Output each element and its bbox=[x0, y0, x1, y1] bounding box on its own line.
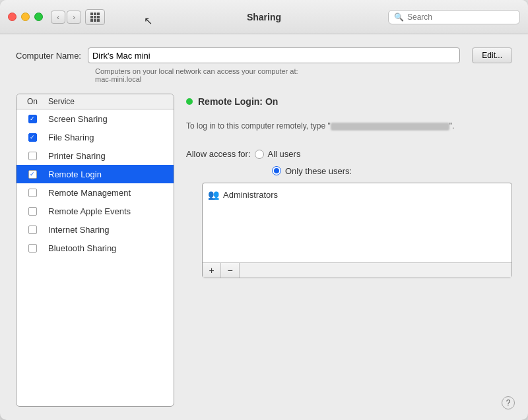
search-icon: 🔍 bbox=[394, 13, 404, 22]
service-header-service: Service bbox=[48, 97, 174, 106]
service-item-file-sharing[interactable]: ✓ File Sharing bbox=[16, 128, 174, 146]
service-name-file-sharing: File Sharing bbox=[48, 133, 174, 142]
checkbox-screen-sharing[interactable]: ✓ bbox=[28, 115, 37, 123]
nav-buttons: ‹ › bbox=[51, 11, 81, 24]
service-name-bluetooth-sharing: Bluetooth Sharing bbox=[48, 243, 174, 253]
access-inline: Allow access for: All users bbox=[186, 149, 512, 159]
checkbox-remote-login[interactable]: ✓ bbox=[28, 170, 37, 179]
service-name-screen-sharing: Screen Sharing bbox=[48, 114, 174, 124]
checkbox-cell-file-sharing[interactable]: ✓ bbox=[16, 133, 48, 142]
service-item-remote-login[interactable]: ✓ Remote Login bbox=[16, 165, 174, 183]
service-item-remote-management[interactable]: Remote Management bbox=[16, 183, 174, 202]
radio-all-users-label: All users bbox=[268, 149, 301, 159]
content-area: Computer Name: Edit... Computers on your… bbox=[0, 34, 528, 420]
service-list-container: On Service ✓ Screen Sharing bbox=[16, 94, 174, 407]
group-icon: 👥 bbox=[208, 189, 219, 200]
main-window: ‹ › ↖ Sharing 🔍 Computer Name: Edit... bbox=[0, 0, 528, 420]
remote-description: To log in to this computer remotely, typ… bbox=[186, 120, 512, 132]
maximize-button[interactable] bbox=[34, 13, 43, 21]
back-button[interactable]: ‹ bbox=[51, 11, 65, 24]
service-item-internet-sharing[interactable]: Internet Sharing bbox=[16, 220, 174, 239]
service-item-bluetooth-sharing[interactable]: Bluetooth Sharing bbox=[16, 239, 174, 257]
checkbox-file-sharing[interactable]: ✓ bbox=[28, 133, 37, 142]
service-item-screen-sharing[interactable]: ✓ Screen Sharing bbox=[16, 109, 174, 128]
traffic-lights bbox=[8, 13, 43, 21]
radio-only-these-label: Only these users: bbox=[285, 166, 352, 176]
close-button[interactable] bbox=[8, 13, 16, 21]
access-label: Allow access for: bbox=[186, 149, 251, 159]
add-user-button[interactable]: + bbox=[203, 263, 221, 278]
window-title: Sharing bbox=[247, 12, 281, 22]
checkbox-cell-screen-sharing[interactable]: ✓ bbox=[16, 115, 48, 123]
service-header-on: On bbox=[16, 97, 48, 106]
service-items: ✓ Screen Sharing ✓ File Sharing bbox=[16, 109, 174, 257]
edit-button[interactable]: Edit... bbox=[472, 47, 512, 63]
radio-all-users[interactable] bbox=[255, 150, 264, 159]
checkbox-internet-sharing[interactable] bbox=[28, 225, 37, 234]
user-item-administrators[interactable]: 👥 Administrators bbox=[203, 186, 512, 203]
computer-name-row: Computer Name: Edit... bbox=[16, 47, 512, 63]
radio-only-these[interactable] bbox=[272, 166, 281, 175]
service-list-header: On Service bbox=[16, 94, 174, 109]
service-name-remote-login: Remote Login bbox=[48, 169, 174, 179]
status-row: Remote Login: On bbox=[186, 96, 512, 107]
search-input[interactable] bbox=[407, 13, 514, 22]
status-dot bbox=[186, 98, 193, 105]
checkbox-cell-printer-sharing[interactable] bbox=[16, 152, 48, 160]
service-name-printer-sharing: Printer Sharing bbox=[48, 151, 174, 161]
right-panel: Remote Login: On To log in to this compu… bbox=[186, 94, 512, 407]
computer-name-input[interactable] bbox=[88, 47, 460, 63]
checkbox-bluetooth-sharing[interactable] bbox=[28, 244, 37, 253]
service-name-remote-apple-events: Remote Apple Events bbox=[48, 206, 174, 216]
users-list: 👥 Administrators bbox=[203, 183, 512, 262]
user-name-administrators: Administrators bbox=[223, 190, 278, 200]
service-name-internet-sharing: Internet Sharing bbox=[48, 225, 174, 235]
checkbox-remote-apple-events[interactable] bbox=[28, 207, 37, 216]
check-icon: ✓ bbox=[30, 116, 35, 122]
grid-icon bbox=[90, 13, 100, 22]
checkbox-cell-remote-login[interactable]: ✓ bbox=[16, 170, 48, 179]
computer-name-section: Computer Name: Edit... Computers on your… bbox=[16, 47, 512, 83]
checkbox-printer-sharing[interactable] bbox=[28, 152, 37, 160]
radio-inner bbox=[274, 168, 279, 173]
service-item-printer-sharing[interactable]: Printer Sharing bbox=[16, 146, 174, 165]
radio-only-these-row: Only these users: bbox=[272, 164, 512, 177]
remove-user-button[interactable]: − bbox=[221, 263, 240, 278]
main-section: On Service ✓ Screen Sharing bbox=[16, 94, 512, 407]
checkbox-cell-internet-sharing[interactable] bbox=[16, 225, 48, 234]
service-item-remote-apple-events[interactable]: Remote Apple Events bbox=[16, 202, 174, 220]
cursor: ↖ bbox=[144, 15, 152, 27]
checkbox-remote-management[interactable] bbox=[28, 189, 37, 197]
search-box[interactable]: 🔍 bbox=[388, 10, 520, 24]
status-text: Remote Login: On bbox=[198, 96, 278, 107]
access-section: Allow access for: All users Only these u… bbox=[186, 148, 512, 278]
minimize-button[interactable] bbox=[21, 13, 30, 21]
checkbox-cell-remote-apple-events[interactable] bbox=[16, 207, 48, 216]
computer-name-hint: Computers on your local network can acce… bbox=[95, 67, 512, 83]
computer-name-label: Computer Name: bbox=[16, 51, 81, 61]
titlebar: ‹ › ↖ Sharing 🔍 bbox=[0, 0, 528, 34]
check-icon: ✓ bbox=[30, 135, 35, 140]
forward-button[interactable]: › bbox=[67, 11, 81, 24]
users-toolbar: + − bbox=[203, 262, 512, 278]
checkbox-cell-remote-management[interactable] bbox=[16, 189, 48, 197]
help-button[interactable]: ? bbox=[502, 396, 515, 409]
check-icon: ✓ bbox=[30, 171, 35, 177]
service-name-remote-management: Remote Management bbox=[48, 188, 174, 198]
users-list-container: 👥 Administrators + − bbox=[202, 183, 512, 278]
blurred-address bbox=[331, 123, 449, 131]
checkbox-cell-bluetooth-sharing[interactable] bbox=[16, 244, 48, 253]
grid-view-button[interactable] bbox=[85, 9, 105, 25]
